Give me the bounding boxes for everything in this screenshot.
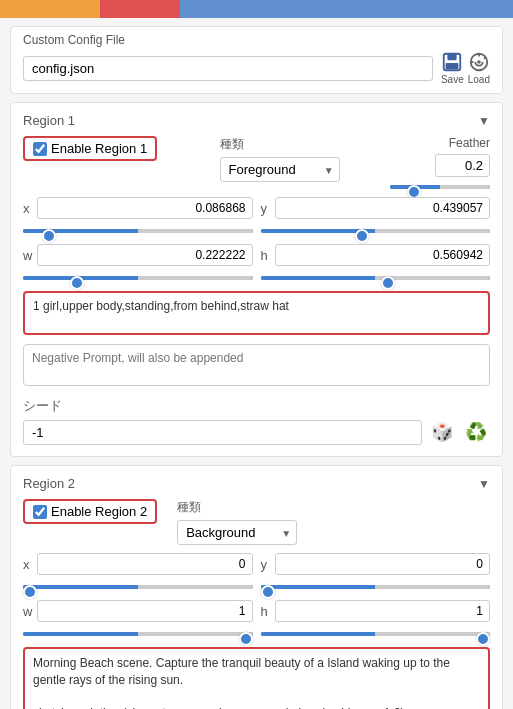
svg-line-6	[484, 57, 486, 59]
region1-enable-wrap[interactable]: Enable Region 1	[23, 136, 157, 161]
region1-w-input[interactable]	[37, 244, 253, 266]
region2-x-slider[interactable]	[23, 585, 253, 589]
save-label: Save	[441, 74, 464, 85]
region2-type-select[interactable]: Foreground Background	[177, 520, 297, 545]
region1-h-slider[interactable]	[261, 276, 491, 280]
region2-w-input[interactable]	[37, 600, 253, 622]
region1-seed-recycle-icon[interactable]: ♻️	[462, 418, 490, 446]
region1-prompt[interactable]	[23, 291, 490, 335]
region2-enable-label: Enable Region 2	[51, 504, 147, 519]
config-file-label: Custom Config File	[23, 33, 490, 47]
svg-rect-1	[448, 54, 457, 60]
region2-h-input[interactable]	[275, 600, 491, 622]
region2-w-label: w	[23, 604, 33, 619]
region2-x-input[interactable]	[37, 553, 253, 575]
region1-seed-dice-icon[interactable]: 🎲	[428, 418, 456, 446]
region1-x-label: x	[23, 201, 33, 216]
region1-y-label: y	[261, 201, 271, 216]
region1-feather-label: Feather	[449, 136, 490, 150]
region1-neg-prompt[interactable]	[23, 344, 490, 386]
region2-h-slider[interactable]	[261, 632, 491, 636]
region1-feather-input[interactable]	[435, 154, 490, 177]
region2-prompt[interactable]	[23, 647, 490, 709]
svg-point-4	[477, 60, 481, 64]
region1-enable-checkbox[interactable]	[33, 142, 47, 156]
region2-x-label: x	[23, 557, 33, 572]
region1-seed-label: シード	[23, 397, 490, 415]
svg-rect-2	[446, 63, 459, 69]
region2-type-label: 種類	[177, 499, 201, 516]
region1-y-input[interactable]	[275, 197, 491, 219]
region1-type-label: 種類	[220, 136, 244, 153]
region2-h-label: h	[261, 604, 271, 619]
region1-title: Region 1	[23, 113, 75, 128]
region1-y-slider[interactable]	[261, 229, 491, 233]
load-button[interactable]: Load	[468, 51, 490, 85]
top-bar-blue	[180, 0, 513, 18]
region2-y-label: y	[261, 557, 271, 572]
region1-enable-label: Enable Region 1	[51, 141, 147, 156]
top-bar-red	[100, 0, 180, 18]
region2-w-slider[interactable]	[23, 632, 253, 636]
region1-feather-slider[interactable]	[390, 185, 490, 189]
region2-y-slider[interactable]	[261, 585, 491, 589]
region1-h-label: h	[261, 248, 271, 263]
top-bar	[0, 0, 513, 18]
region1-chevron[interactable]: ▼	[478, 114, 490, 128]
region2-enable-wrap[interactable]: Enable Region 2	[23, 499, 157, 524]
load-label: Load	[468, 74, 490, 85]
region1-x-input[interactable]	[37, 197, 253, 219]
top-bar-orange	[0, 0, 100, 18]
region1-x-slider[interactable]	[23, 229, 253, 233]
region1-type-select[interactable]: Foreground Background	[220, 157, 340, 182]
save-button[interactable]: Save	[441, 51, 464, 85]
region1-seed-input[interactable]	[23, 420, 422, 445]
region1-h-input[interactable]	[275, 244, 491, 266]
region2-chevron[interactable]: ▼	[478, 477, 490, 491]
region2-y-input[interactable]	[275, 553, 491, 575]
region1-w-slider[interactable]	[23, 276, 253, 280]
region2-title: Region 2	[23, 476, 75, 491]
region2-enable-checkbox[interactable]	[33, 505, 47, 519]
region1-w-label: w	[23, 248, 33, 263]
config-file-input[interactable]	[23, 56, 433, 81]
